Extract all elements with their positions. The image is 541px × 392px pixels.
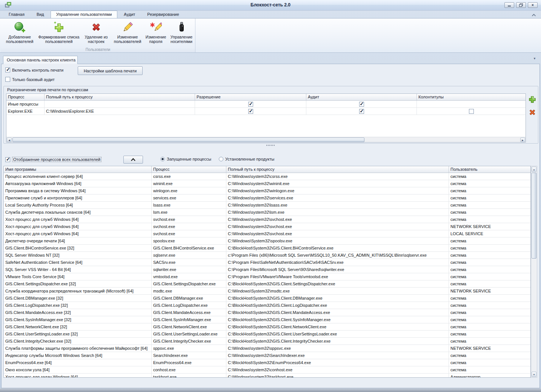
column-header-program-name[interactable]: Имя программы xyxy=(4,166,152,173)
print-template-settings-button[interactable]: Настройки шаблона печати xyxy=(78,66,143,75)
installed-products-radio-circle[interactable] xyxy=(219,157,223,161)
splitter-handle[interactable] xyxy=(2,144,539,147)
manage-media-button[interactable]: Управление носителями xyxy=(168,19,195,47)
process-cell: sqlwriter.exe xyxy=(152,266,226,273)
tab-view[interactable]: Вид xyxy=(31,11,50,18)
permission-checkbox[interactable] xyxy=(248,109,253,114)
process-row[interactable]: GIS.Client.SysInfoManager.exe [32] GIS.C… xyxy=(4,316,530,323)
tab-backup[interactable]: Резервирование xyxy=(141,11,184,18)
process-row[interactable]: SafeNet Authentication Client Service [6… xyxy=(4,259,530,266)
show-all-checkbox-box[interactable] xyxy=(5,157,10,162)
process-row[interactable]: Автозагрузка приложений Windows [64] win… xyxy=(4,180,530,187)
process-row[interactable]: Хост-процесс для задач Windows [64] task… xyxy=(4,374,530,378)
path-cell: C:\Windows\system32\taskhost.exe xyxy=(226,374,449,378)
process-row[interactable]: Окно консоли узла [64] conhost.exe C:\Wi… xyxy=(4,366,530,374)
process-row[interactable]: GIS.Client.UserSettingsLoader.exe [32] G… xyxy=(4,331,530,338)
process-row[interactable]: GIS.Client.SettingsDispatcher.exe [32] G… xyxy=(4,280,530,288)
vertical-scrollbar-thumb[interactable] xyxy=(532,173,536,259)
process-row[interactable]: Диспетчер очереди печати [64] spoolsv.ex… xyxy=(4,237,530,245)
create-user-list-button[interactable]: Формирование списка пользователей xyxy=(38,19,80,47)
running-processes-radio[interactable]: Запущенные процессы xyxy=(160,157,211,161)
print-rights-row[interactable]: Иные процессы xyxy=(6,101,526,108)
column-header-process[interactable]: Процесс xyxy=(6,94,45,101)
tab-audit[interactable]: Аудит xyxy=(118,11,141,18)
process-row[interactable]: Хост-процесс для служб Windows [64] svch… xyxy=(4,216,530,223)
process-row[interactable]: Приложение служб и контроллеров [64] ser… xyxy=(4,194,530,202)
delete-process-rule-button[interactable] xyxy=(528,108,536,116)
process-row[interactable]: SQL Server Windows NT [32] sqlservr.exe … xyxy=(4,252,530,259)
user-cell: NETWORK SERVICE xyxy=(449,223,530,230)
basic-audit-checkbox[interactable]: Только базовый аудит xyxy=(5,77,55,82)
path-cell: C:\Program Files\Microsoft SQL Server\90… xyxy=(226,266,449,273)
permission-cell xyxy=(195,108,306,115)
user-cell: система xyxy=(449,259,530,266)
process-row[interactable]: VMware Tools Core Service [64] vmtoolsd.… xyxy=(4,273,530,280)
user-cell: система xyxy=(449,352,530,359)
column-header-headers-footers[interactable]: Колонтитулы xyxy=(417,94,526,101)
print-rights-row[interactable]: Explorer.EXE C:\Windows\Explorer.EXE xyxy=(6,108,526,115)
program-name-cell: GIS.Client.DBManager.exe [32] xyxy=(4,295,152,302)
process-row[interactable]: Программа входа в систему Windows [64] w… xyxy=(4,187,530,194)
headers-checkbox[interactable] xyxy=(469,109,474,114)
process-row[interactable]: Служба платформы защиты программного обе… xyxy=(4,345,530,352)
scroll-right-arrow-icon[interactable]: ▶ xyxy=(520,138,525,142)
program-name-cell: GIS.Client.SettingsDispatcher.exe [32] xyxy=(4,280,152,287)
close-button[interactable]: × xyxy=(528,2,538,8)
print-rights-groupbox: Разграничение прав печати по процессам П… xyxy=(3,86,538,144)
process-row[interactable]: EnumProcess64.exe [64] EnumProcess64.exe… xyxy=(4,359,530,366)
process-row[interactable]: Служба диспетчера локальных сеансов [64]… xyxy=(4,209,530,216)
scroll-left-arrow-icon[interactable]: ◀ xyxy=(7,138,12,142)
process-row[interactable]: Индексатор службы Microsoft Windows Sear… xyxy=(4,352,530,359)
tab-main[interactable]: Главная xyxy=(3,11,30,18)
process-row[interactable]: Процесс исполнения клиент-сервер [64] cs… xyxy=(4,173,530,180)
audit-checkbox[interactable] xyxy=(359,102,364,107)
process-row[interactable]: Служба координатора распределенных транз… xyxy=(4,288,530,295)
horizontal-scrollbar-thumb[interactable] xyxy=(12,138,364,142)
panel-dropdown-icon[interactable]: ▼ xyxy=(533,57,536,60)
scroll-down-arrow-icon[interactable]: ▼ xyxy=(532,372,536,377)
show-all-users-processes-checkbox[interactable]: Отображение процессов всех пользователей xyxy=(5,157,101,162)
column-header-permission[interactable]: Разрешение xyxy=(195,94,306,101)
column-header-path[interactable]: Полный путь к процессу xyxy=(45,94,195,101)
add-users-button[interactable]: Добавление пользователей xyxy=(3,19,36,47)
column-header-process[interactable]: Процесс xyxy=(152,166,226,173)
minimize-button[interactable] xyxy=(504,2,514,8)
scroll-up-arrow-icon[interactable]: ▲ xyxy=(532,167,536,172)
installed-products-radio[interactable]: Установленные продукты xyxy=(219,157,274,161)
process-row[interactable]: SQL Server VSS Writer - 64 Bit [64] sqlw… xyxy=(4,266,530,273)
permission-checkbox[interactable] xyxy=(248,102,253,107)
process-row[interactable]: GIS.Client.MandateAccess.exe [32] GIS.Cl… xyxy=(4,309,530,316)
column-header-full-path[interactable]: Полный путь к процессу xyxy=(226,166,449,173)
path-cell: C:\Windows\system32\csrss.exe xyxy=(226,173,449,180)
path-cell: C:\Windows\system32\svchost.exe xyxy=(226,223,449,230)
column-header-audit[interactable]: Аудит xyxy=(306,94,417,101)
audit-checkbox[interactable] xyxy=(359,109,364,114)
path-cell: C:\BlockHost\System32\GIS.Client.Mandate… xyxy=(226,309,449,316)
process-row[interactable]: GIS.Client.IntegrityChecker.exe [32] GIS… xyxy=(4,338,530,345)
running-processes-radio-circle[interactable] xyxy=(160,157,165,161)
restore-button[interactable] xyxy=(516,2,526,8)
collapse-panel-button[interactable] xyxy=(123,156,143,164)
process-row[interactable]: Хост-процесс для служб Windows [64] svch… xyxy=(4,223,530,230)
client-settings-panel-tab[interactable]: Основная панель настроек клиента xyxy=(3,56,78,64)
column-header-user[interactable]: Пользователь xyxy=(449,166,530,173)
basic-audit-checkbox-box[interactable] xyxy=(5,77,10,82)
process-cell: GIS.Client.IntegrityChecker.exe xyxy=(152,338,226,345)
remove-from-settings-button[interactable]: Удаление из настроек xyxy=(81,19,111,47)
print-control-checkbox-box[interactable] xyxy=(5,67,10,72)
edit-users-button[interactable]: Изменение пользователей xyxy=(112,19,143,47)
tab-user-management[interactable]: Управление пользователями xyxy=(51,11,118,18)
user-cell: LOCAL SERVICE xyxy=(449,230,530,237)
print-control-checkbox[interactable]: Включить контроль печати xyxy=(5,67,63,72)
add-process-rule-button[interactable] xyxy=(528,95,536,104)
process-row[interactable]: GIS.Client.DBManager.exe [32] GIS.Client… xyxy=(4,295,530,302)
process-row[interactable]: GIS.Client.LogDispatcher.exe [32] GIS.Cl… xyxy=(4,302,530,309)
process-row[interactable]: GIS.Client.BHControlService.exe [32] GIS… xyxy=(4,245,530,252)
process-row[interactable]: GIS.Client.NetworkClient.exe [32] GIS.Cl… xyxy=(4,323,530,331)
path-cell: C:\Windows\system32\lsm.exe xyxy=(226,209,449,216)
change-password-button[interactable]: Изменение пароля xyxy=(144,19,168,47)
ribbon-collapse-chevron-icon[interactable] xyxy=(530,12,537,17)
process-row[interactable]: Хост-процесс для служб Windows [64] svch… xyxy=(4,230,530,237)
process-row[interactable]: Local Security Authority Process [64] ls… xyxy=(4,202,530,209)
print-rights-table: Процесс Полный путь к процессу Разрешени… xyxy=(6,93,526,142)
